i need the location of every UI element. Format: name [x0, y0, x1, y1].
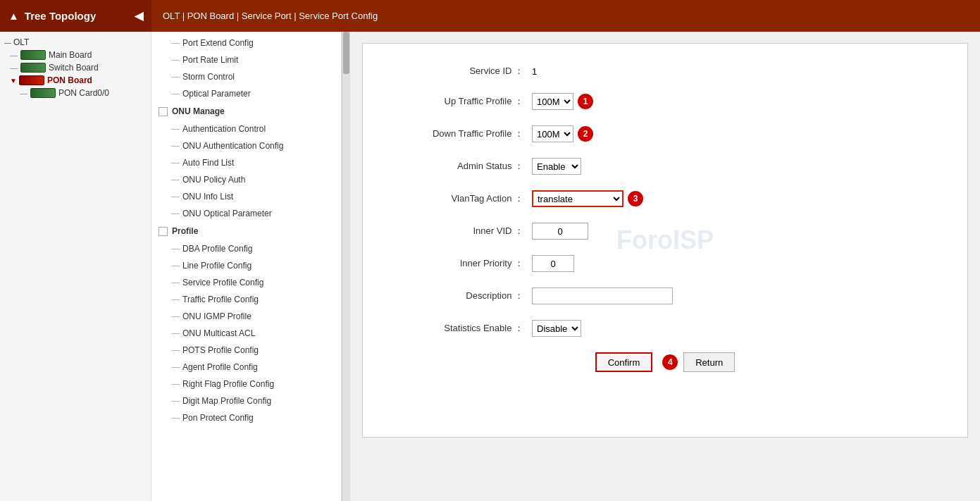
- up-traffic-label: Up Traffic Profile ：: [391, 95, 532, 108]
- inner-priority-label: Inner Priority ：: [391, 257, 532, 270]
- breadcrumb: OLT | PON Board | Service Port | Service…: [151, 0, 980, 32]
- sidebar-header: ▲ Tree Topology ◀: [0, 0, 151, 32]
- badge-1: 1: [578, 94, 593, 109]
- inner-vid-input[interactable]: [532, 223, 588, 240]
- switch-icon: [20, 63, 46, 73]
- sidebar-item-switch-board[interactable]: — Switch Board: [0, 61, 151, 74]
- badge-4: 4: [662, 354, 678, 370]
- form-card: ForoISP Service ID ： 1 Up Traffic Profil…: [362, 43, 968, 438]
- nav-item-onu-igmp-profile[interactable]: — ONU IGMP Profile: [151, 308, 341, 325]
- down-traffic-label: Down Traffic Profile ：: [391, 128, 532, 140]
- return-button[interactable]: Return: [683, 352, 735, 372]
- nav-section-onu-manage[interactable]: ONU Manage: [151, 102, 341, 120]
- nav-item-port-extend-config[interactable]: — Port Extend Config: [151, 35, 341, 51]
- inner-priority-row: Inner Priority ：: [391, 255, 939, 272]
- admin-status-row: Admin Status ： Enable Disable: [391, 158, 939, 175]
- badge-2: 2: [578, 126, 593, 142]
- sidebar-item-olt[interactable]: — OLT: [0, 36, 151, 49]
- inner-priority-input[interactable]: [532, 255, 574, 272]
- nav-item-right-flag-profile[interactable]: — Right Flag Profile Config: [151, 376, 341, 392]
- profile-checkbox[interactable]: [159, 227, 168, 236]
- sidebar-title: Tree Topology: [25, 10, 96, 22]
- vlantag-row: VlanTag Action ： translate tag untag tra…: [391, 190, 939, 207]
- confirm-button[interactable]: Confirm: [595, 352, 653, 372]
- pon-board-icon: [19, 75, 44, 85]
- nav-item-authentication-control[interactable]: — Authentication Control: [151, 120, 341, 137]
- nav-item-dba-profile[interactable]: — DBA Profile Config: [151, 240, 341, 257]
- statistics-label: Statistics Enable ：: [391, 322, 532, 335]
- nav-item-traffic-profile[interactable]: — Traffic Profile Config: [151, 291, 341, 308]
- nav-section-profile[interactable]: Profile: [151, 222, 341, 240]
- service-id-value: 1: [532, 66, 537, 77]
- sidebar-item-main-board[interactable]: — Main Board: [0, 49, 151, 61]
- nav-item-onu-info-list[interactable]: — ONU Info List: [151, 188, 341, 205]
- board-icon: [20, 50, 46, 60]
- nav-item-service-profile[interactable]: — Service Profile Config: [151, 274, 341, 291]
- scrollbar[interactable]: [342, 32, 350, 501]
- service-id-label: Service ID ：: [391, 65, 532, 78]
- sidebar-item-pon-board[interactable]: ▼ PON Board: [0, 74, 151, 87]
- sidebar-tree: — OLT — Main Board — Switch Board ▼: [0, 32, 151, 501]
- admin-status-select[interactable]: Enable Disable: [532, 158, 581, 175]
- inner-vid-label: Inner VID ：: [391, 225, 532, 237]
- down-traffic-row: Down Traffic Profile ： 100M 200M 500M 1G…: [391, 125, 939, 142]
- description-row: Description ：: [391, 287, 939, 304]
- service-id-row: Service ID ： 1: [391, 65, 939, 78]
- nav-item-line-profile[interactable]: — Line Profile Config: [151, 257, 341, 274]
- nav-item-auto-find-list[interactable]: — Auto Find List: [151, 154, 341, 171]
- onu-manage-checkbox[interactable]: [159, 107, 168, 116]
- vlantag-select[interactable]: translate tag untag transparent: [532, 190, 624, 207]
- nav-item-onu-auth-config[interactable]: — ONU Authentication Config: [151, 137, 341, 154]
- nav-panel: — Port Extend Config — Port Rate Limit —…: [151, 32, 342, 501]
- up-traffic-select[interactable]: 100M 200M 500M 1G: [532, 93, 573, 110]
- nav-item-pots-profile[interactable]: — POTS Profile Config: [151, 342, 341, 359]
- tree-icon: ▲: [8, 10, 19, 22]
- statistics-row: Statistics Enable ： Disable Enable: [391, 320, 939, 337]
- nav-item-agent-profile[interactable]: — Agent Profile Config: [151, 359, 341, 376]
- description-input[interactable]: [532, 287, 673, 304]
- collapse-icon[interactable]: ◀: [135, 9, 143, 23]
- down-traffic-select[interactable]: 100M 200M 500M 1G: [532, 125, 573, 142]
- sidebar-item-pon-card[interactable]: — PON Card0/0: [0, 87, 151, 99]
- description-label: Description ：: [391, 290, 532, 302]
- nav-item-onu-optical-parameter[interactable]: — ONU Optical Parameter: [151, 205, 341, 222]
- nav-item-port-rate-limit[interactable]: — Port Rate Limit: [151, 51, 341, 68]
- badge-3: 3: [628, 191, 643, 206]
- nav-item-pon-protect[interactable]: — Pon Protect Config: [151, 409, 341, 426]
- form-buttons: Confirm 4 Return: [391, 352, 939, 372]
- nav-item-digit-map-profile[interactable]: — Digit Map Profile Config: [151, 392, 341, 409]
- scroll-thumb[interactable]: [343, 32, 349, 74]
- inner-vid-row: Inner VID ：: [391, 223, 939, 240]
- statistics-select[interactable]: Disable Enable: [532, 320, 581, 337]
- content-area: ForoISP Service ID ： 1 Up Traffic Profil…: [350, 32, 980, 501]
- pon-card-icon: [30, 88, 56, 98]
- up-traffic-row: Up Traffic Profile ： 100M 200M 500M 1G 1: [391, 93, 939, 110]
- nav-item-onu-multicast-acl[interactable]: — ONU Multicast ACL: [151, 325, 341, 342]
- nav-item-optical-parameter[interactable]: — Optical Parameter: [151, 85, 341, 102]
- vlantag-label: VlanTag Action ：: [391, 192, 532, 205]
- admin-status-label: Admin Status ：: [391, 160, 532, 173]
- nav-item-storm-control[interactable]: — Storm Control: [151, 68, 341, 85]
- nav-item-onu-policy-auth[interactable]: — ONU Policy Auth: [151, 171, 341, 188]
